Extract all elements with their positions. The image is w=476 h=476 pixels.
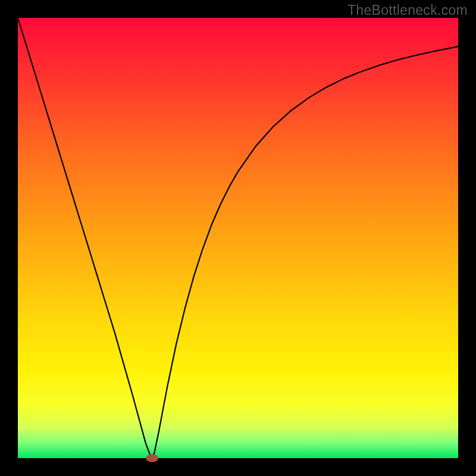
chart-root: TheBottleneck.com bbox=[0, 0, 476, 476]
optimum-marker bbox=[146, 454, 158, 462]
watermark-text: TheBottleneck.com bbox=[347, 2, 468, 18]
chart-svg bbox=[0, 0, 476, 476]
plot-background bbox=[18, 18, 458, 458]
